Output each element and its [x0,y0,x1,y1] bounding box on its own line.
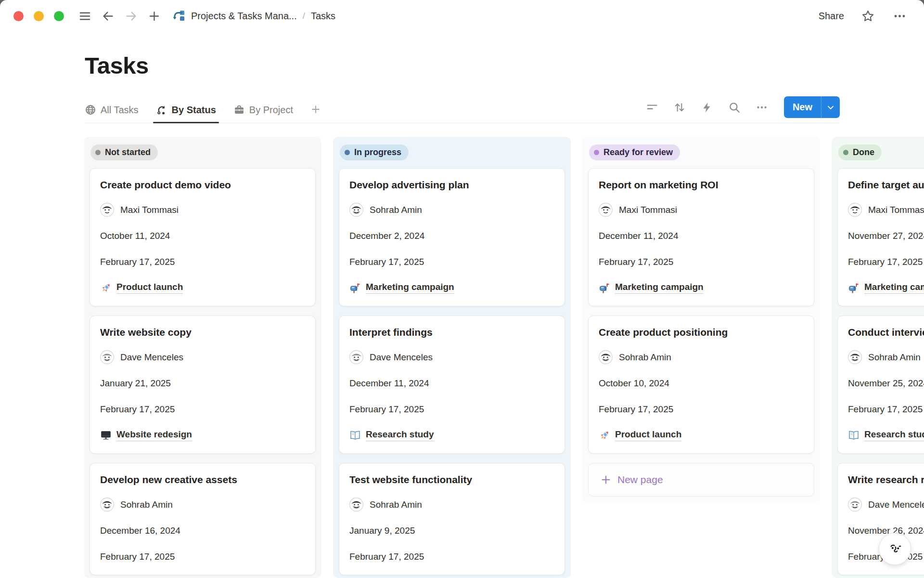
avatar [848,203,862,217]
assignee-name: Sohrab Amin [120,499,173,510]
avatar [100,498,114,512]
date-row: October 10, 2024 [599,376,804,390]
zoom-window-button[interactable] [54,11,64,21]
add-view-icon[interactable] [310,104,321,123]
task-title: Create product demo video [100,179,305,191]
more-options-icon[interactable] [891,8,908,24]
new-button[interactable]: New [784,96,840,118]
status-pill-label: Done [853,147,874,158]
assignee-row: Dave Menceles [848,498,924,512]
task-card[interactable]: Create product demo videoMaxi TommasiOct… [90,168,316,306]
date-row: February 17, 2025 [599,255,804,269]
new-chevron-down-icon[interactable] [821,96,840,118]
date-row: November 25, 2024 [848,376,924,390]
task-title: Conduct interviews [848,327,924,338]
date-row: January 21, 2025 [100,376,305,390]
back-icon[interactable] [100,8,116,24]
filter-icon[interactable] [645,100,659,115]
project-link[interactable]: Marketing campaign [615,282,704,294]
task-card[interactable]: Define target audienceMaxi TommasiNovemb… [837,168,924,306]
column-header-not-started: Not started [90,144,316,160]
globe-icon [85,104,96,116]
project-link[interactable]: Marketing campaign [864,282,924,294]
sidebar-menu-icon[interactable] [77,8,93,24]
task-card[interactable]: Create product positioningSohrab AminOct… [588,315,814,454]
project-link[interactable]: Product launch [615,429,681,441]
assignee-row: Maxi Tommasi [100,203,305,217]
date-row: December 16, 2024 [100,524,305,538]
task-title: Test website functionality [349,474,554,486]
automation-icon[interactable] [700,100,714,115]
task-card[interactable]: Develop new creative assetsSohrab AminDe… [90,463,316,575]
assignee-name: Dave Menceles [868,499,924,510]
close-window-button[interactable] [13,11,24,21]
tab-all-tasks[interactable]: All Tasks [85,104,139,123]
project-link[interactable]: Product launch [116,282,183,294]
project-row: Website redesign [100,428,305,442]
new-tab-icon[interactable] [146,8,162,24]
new-page-button[interactable]: New page [588,463,814,497]
board-column-done: DoneDefine target audienceMaxi TommasiNo… [832,137,924,578]
sort-icon[interactable] [672,100,687,115]
status-dot-icon [843,150,848,155]
assignee-name: Sohrab Amin [370,499,422,510]
task-card[interactable]: Write website copyDave MencelesJanuary 2… [90,315,316,454]
assignee-name: Sohrab Amin [868,352,921,363]
date-row: February 17, 2025 [349,550,554,564]
assignee-name: Sohrab Amin [619,352,671,363]
status-pill[interactable]: Done [838,144,882,160]
project-row: Research study [349,428,554,442]
date-row: December 2, 2024 [349,229,554,243]
notion-ai-face-icon[interactable] [879,533,911,565]
project-row: Product launch [100,281,305,295]
minimize-window-button[interactable] [34,11,44,21]
share-button[interactable]: Share [819,11,844,22]
task-card[interactable]: Write research reportDave MencelesNovemb… [837,463,924,575]
project-link[interactable]: Marketing campaign [366,282,454,294]
book-icon [848,430,860,441]
project-link[interactable]: Research study [366,429,434,441]
avatar [599,350,613,364]
board-column-in-progress: In progressDevelop advertising planSohra… [333,137,571,578]
task-card[interactable]: Conduct interviewsSohrab AminNovember 25… [837,315,924,454]
forward-icon[interactable] [123,8,139,24]
breadcrumb-parent[interactable]: Projects & Tasks Mana... [191,11,297,22]
assignee-row: Sohrab Amin [848,350,924,364]
mailbox-icon [848,282,860,294]
task-card[interactable]: Interpret findingsDave MencelesDecember … [339,315,565,454]
tab-by-status[interactable]: By Status [156,104,216,123]
project-link[interactable]: Research study [864,429,924,441]
assignee-name: Maxi Tommasi [120,205,179,215]
assignee-row: Sohrab Amin [349,498,554,512]
date-row: February 17, 2025 [848,255,924,269]
status-pill-label: Ready for review [603,147,673,158]
date-row: February 17, 2025 [100,402,305,416]
project-row: Marketing campaign [599,281,804,295]
task-card[interactable]: Report on marketing ROIMaxi TommasiDecem… [588,168,814,306]
status-pill[interactable]: Ready for review [589,144,680,160]
task-card[interactable]: Test website functionalitySohrab AminJan… [339,463,565,575]
project-link[interactable]: Website redesign [116,429,192,441]
avatar [349,498,363,512]
project-row: Marketing campaign [848,281,924,295]
status-pill[interactable]: In progress [340,144,409,160]
task-title: Interpret findings [349,327,554,338]
column-header-ready-for-review: Ready for review [589,144,814,160]
search-icon[interactable] [727,100,742,115]
task-card[interactable]: Develop advertising planSohrab AminDecem… [339,168,565,306]
breadcrumb-current[interactable]: Tasks [311,11,335,22]
mailbox-icon [599,282,610,294]
view-more-icon[interactable] [755,100,769,115]
tab-label: All Tasks [101,105,139,116]
favorite-star-icon[interactable] [860,8,876,24]
board-column-ready-for-review: Ready for reviewReport on marketing ROIM… [582,137,820,502]
new-button-label[interactable]: New [784,96,821,118]
briefcase-icon [233,104,245,116]
date-row: January 9, 2025 [349,524,554,538]
tab-label: By Status [172,105,216,116]
date-row: February 17, 2025 [100,550,305,564]
status-pill[interactable]: Not started [90,144,158,160]
date-row: February 17, 2025 [349,255,554,269]
tab-by-project[interactable]: By Project [233,104,293,123]
assignee-row: Maxi Tommasi [599,203,804,217]
